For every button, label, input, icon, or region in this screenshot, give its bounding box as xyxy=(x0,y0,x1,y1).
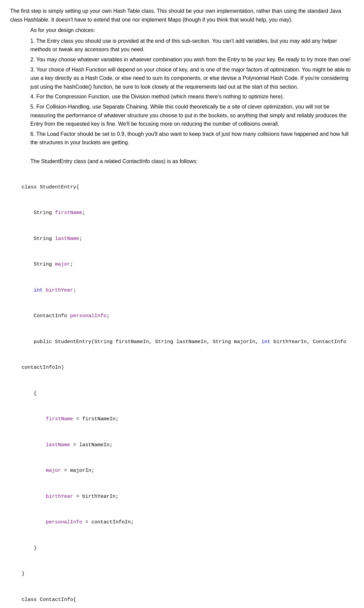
open-brace-line: { xyxy=(3,381,354,406)
assign-birthYear-line: birthYear = birthYearIn; xyxy=(3,484,354,510)
close-brace-inner-line: } xyxy=(3,535,354,561)
assign-personalInfo-line: personalInfo = contactInfoIn; xyxy=(3,510,354,536)
para2: As for your design choices: xyxy=(10,26,354,35)
para1: The first step is simply setting up your… xyxy=(10,7,354,24)
para3: The StudentEntry class (and a related Co… xyxy=(10,157,354,166)
page-wrapper: The first step is simply setting up your… xyxy=(0,0,364,608)
constructor-sig-line2: contactInfoIn) xyxy=(3,355,354,381)
prose-section: The first step is simply setting up your… xyxy=(0,0,364,171)
class-contact-line: class ContactInfo{ xyxy=(3,587,354,608)
class-student-line: class StudentEntry{ xyxy=(3,174,354,200)
item3: 3. Your choice of Hash Function will dep… xyxy=(10,65,354,91)
field-personalInfo-line: ContactInfo personalInfo; xyxy=(3,303,354,329)
item6: 6. The Load Factor should be set to 0.9,… xyxy=(10,130,354,147)
field-lastName-line: String lastName; xyxy=(3,226,354,252)
item4: 4. For the Compression Function, use the… xyxy=(10,92,354,101)
field-birthYear-line: int birthYear; xyxy=(3,277,354,303)
assign-lastName-line: lastName = lastNameIn; xyxy=(3,432,354,458)
item2: 2. You may choose whatever variables in … xyxy=(10,55,354,64)
assign-major-line: major = majorIn; xyxy=(3,458,354,484)
close-brace-outer-line: } xyxy=(3,561,354,587)
item1: 1. The Entry class you should use is pro… xyxy=(10,37,354,54)
constructor-sig-line: public StudentEntry(String firstNameIn, … xyxy=(3,329,354,355)
code-section-top: class StudentEntry{ String firstName; St… xyxy=(0,171,364,608)
assign-firstName-line: firstName = firstNameIn; xyxy=(3,406,354,432)
field-major-line: String major; xyxy=(3,252,354,278)
field-firstName-line: String firstName; xyxy=(3,200,354,226)
item5: 5. For Collision-Handling, use Separate … xyxy=(10,102,354,128)
